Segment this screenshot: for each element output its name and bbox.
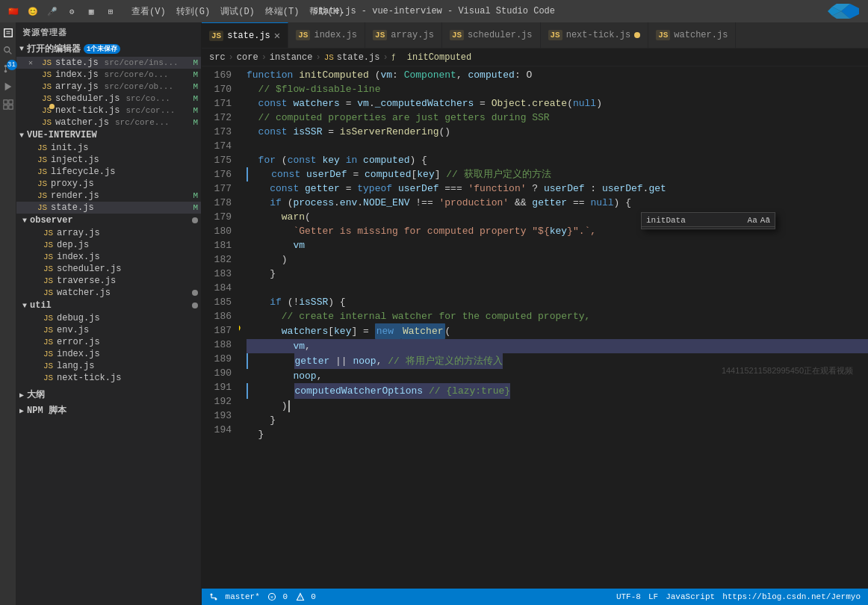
- js-icon: JS: [37, 179, 48, 188]
- sidebar-array-js[interactable]: JS array.js: [16, 227, 201, 239]
- observer-chevron: ▼: [22, 217, 27, 225]
- open-editor-index-js[interactable]: ✕ JS index.js src/core/o... M: [16, 69, 201, 81]
- settings-icon[interactable]: ⚙: [64, 4, 79, 19]
- code-line-193: }: [247, 413, 868, 427]
- watcher-dot: [192, 290, 198, 296]
- sidebar-error-js[interactable]: JS error.js: [16, 336, 201, 348]
- menu-goto[interactable]: 转到(G): [172, 4, 215, 19]
- tab-close-icon[interactable]: ✕: [274, 31, 280, 41]
- code-line-173: const isSSR = isServerRendering(): [247, 125, 868, 139]
- svg-text:!: !: [300, 595, 301, 600]
- open-editor-state-js[interactable]: ✕ JS state.js src/core/ins... M: [16, 57, 201, 69]
- breadcrumb-function[interactable]: ƒ initComputed: [391, 52, 472, 63]
- open-editor-scheduler-js[interactable]: ✕ JS scheduler.js src/co... M: [16, 93, 201, 105]
- cursor: [288, 400, 290, 412]
- breadcrumb-src[interactable]: src: [209, 52, 226, 63]
- open-editor-array-js[interactable]: ✕ JS array.js src/core/ob... M: [16, 81, 201, 93]
- code-content[interactable]: function initComputed (vm: Component, co…: [239, 66, 868, 589]
- npm-header[interactable]: ▶ NPM 脚本: [16, 403, 201, 418]
- menu-terminal[interactable]: 终端(T): [261, 4, 304, 19]
- sidebar-proxy-js[interactable]: JS proxy.js: [16, 178, 201, 190]
- aa-icon[interactable]: Aa: [748, 216, 757, 225]
- sidebar-index2-js[interactable]: JS index.js: [16, 348, 201, 360]
- encoding[interactable]: UTF-8: [616, 592, 641, 601]
- sidebar-traverse-js[interactable]: JS traverse.js: [16, 275, 201, 287]
- sidebar-next-tick2-js[interactable]: JS next-tick.js: [16, 372, 201, 384]
- mic-icon: 🎤: [45, 4, 60, 19]
- observer-header[interactable]: ▼ observer: [16, 214, 201, 227]
- sidebar-dep-js[interactable]: JS dep.js: [16, 239, 201, 251]
- breadcrumb-instance[interactable]: instance: [270, 52, 313, 63]
- code-editor: initData Aa Aā 169 170 171 172 173 174 1…: [202, 66, 868, 589]
- search-icon[interactable]: [1, 43, 16, 58]
- modified-indicator-5: M: [193, 106, 198, 115]
- filename-5: next-tick.js: [55, 105, 120, 116]
- run-icon[interactable]: [1, 79, 16, 94]
- ab-icon[interactable]: Aā: [760, 216, 770, 225]
- code-line-176: const userDef = computed[key] // 获取用户定义的…: [247, 167, 868, 182]
- editor-area: JS state.js ✕ JS index.js JS array.js JS…: [202, 22, 868, 605]
- grid-icon: ▦: [84, 4, 99, 19]
- extensions-icon[interactable]: [1, 97, 16, 112]
- autocomplete-header: initData Aa Aā: [642, 214, 775, 227]
- sidebar-scheduler-js[interactable]: JS scheduler.js: [16, 263, 201, 275]
- breadcrumb-core[interactable]: core: [237, 52, 258, 63]
- tab-scheduler-js[interactable]: JS scheduler.js: [442, 22, 541, 49]
- filename: index.js: [57, 252, 100, 262]
- code-line-192: ): [247, 399, 868, 413]
- error-count[interactable]: × 0 ! 0: [267, 592, 316, 601]
- code-line-191: computedWatcherOptions // {lazy:true}: [247, 383, 868, 399]
- source-control-icon[interactable]: 31: [1, 61, 16, 76]
- js-icon: JS: [43, 350, 54, 359]
- svg-line-8: [8, 52, 11, 55]
- sidebar-debug-js[interactable]: JS debug.js: [16, 312, 201, 324]
- open-editor-watcher-js[interactable]: ✕ JS watcher.js src/core... M: [16, 117, 201, 128]
- sidebar-inject-js[interactable]: JS inject.js: [16, 154, 201, 166]
- tab-watcher-js[interactable]: JS watcher.js: [648, 22, 736, 49]
- activity-bar: 31: [0, 22, 16, 605]
- filename: error.js: [57, 337, 100, 347]
- tab-array-js[interactable]: JS array.js: [365, 22, 442, 49]
- js-icon: JS: [37, 143, 48, 152]
- sidebar-init-js[interactable]: JS init.js: [16, 142, 201, 154]
- autocomplete-title: initData: [646, 216, 686, 225]
- autocomplete-controls: Aa Aā: [748, 216, 770, 225]
- line-ending[interactable]: LF: [648, 592, 658, 601]
- open-editors-header[interactable]: ▼ 打开的编辑器 1个未保存: [16, 41, 201, 57]
- tab-next-tick-js[interactable]: JS next-tick.js: [541, 22, 649, 49]
- autocomplete-popup[interactable]: initData Aa Aā: [641, 212, 775, 229]
- csdn-link[interactable]: https://blog.csdn.net/Jermyo: [722, 592, 861, 601]
- sidebar-lifecycle-js[interactable]: JS lifecycle.js: [16, 166, 201, 178]
- modified-indicator: M: [193, 58, 198, 67]
- git-branch[interactable]: master*: [209, 592, 260, 601]
- sidebar-render-js[interactable]: JS render.js M: [16, 190, 201, 202]
- modified-indicator: M: [193, 203, 198, 212]
- sidebar-lang-js[interactable]: JS lang.js: [16, 360, 201, 372]
- tab-label-5: next-tick.js: [566, 30, 630, 40]
- menu-debug[interactable]: 调试(D): [216, 4, 259, 19]
- titlebar-icons: 🇨🇳 😊 🎤 ⚙ ▦ ⊞: [6, 4, 118, 19]
- tab-index-js[interactable]: JS index.js: [288, 22, 365, 49]
- code-line-188: vm,: [247, 339, 868, 353]
- sidebar-state-js[interactable]: JS state.js M: [16, 202, 201, 214]
- js-icon: JS: [43, 338, 54, 347]
- util-header[interactable]: ▼ util: [16, 299, 201, 312]
- open-editor-next-tick-js[interactable]: ✕ JS next-tick.js src/cor... M: [16, 105, 201, 117]
- explorer-icon[interactable]: [1, 25, 16, 40]
- sidebar-watcher-js[interactable]: JS watcher.js: [16, 287, 201, 299]
- js-icon: JS: [37, 167, 48, 176]
- js-icon-6: JS: [42, 118, 52, 127]
- vue-interview-header[interactable]: ▼ VUE-INTERVIEW: [16, 128, 201, 142]
- svg-rect-15: [3, 100, 7, 104]
- code-line-170: // $flow-disable-line: [247, 82, 868, 96]
- modified-indicator: M: [193, 191, 198, 200]
- sidebar-env-js[interactable]: JS env.js: [16, 324, 201, 336]
- sidebar-index-js[interactable]: JS index.js: [16, 251, 201, 263]
- outline-header[interactable]: ▶ 大纲: [16, 387, 201, 403]
- open-editors-chevron: ▼: [19, 45, 24, 53]
- tab-state-js[interactable]: JS state.js ✕: [202, 22, 288, 49]
- filename: lang.js: [57, 361, 94, 371]
- breadcrumb-statejs[interactable]: state.js: [337, 52, 380, 63]
- menu-view[interactable]: 查看(V): [127, 4, 170, 19]
- language[interactable]: JavaScript: [666, 592, 715, 601]
